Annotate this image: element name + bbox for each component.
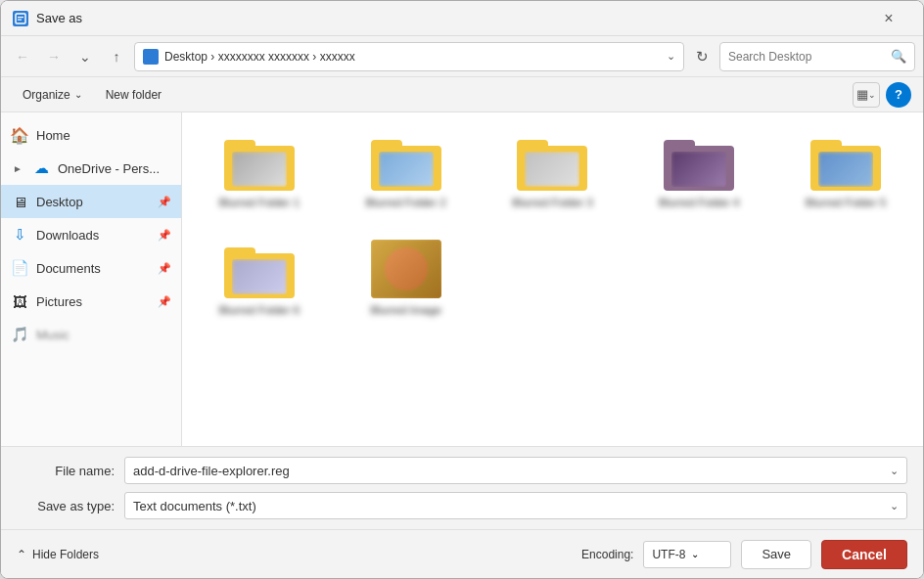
downloads-icon: ⇩ <box>11 226 28 244</box>
filename-row: File name: ⌄ <box>17 457 907 484</box>
help-button[interactable]: ? <box>886 82 911 108</box>
sidebar-item-home[interactable]: 🏠 Home <box>1 118 181 152</box>
sidebar-item-pictures-label: Pictures <box>36 294 150 309</box>
file-item[interactable]: Blurred Image <box>341 232 472 324</box>
savetype-value: Text documents (*.txt) <box>133 499 890 513</box>
sidebar-item-music[interactable]: 🎵 Music <box>1 318 181 351</box>
search-input[interactable] <box>728 50 887 64</box>
folder-icon <box>664 132 734 191</box>
sidebar-item-documents[interactable]: 📄 Documents 📌 <box>1 251 181 285</box>
chevron-up-icon: ⌃ <box>17 548 26 561</box>
file-name: Blurred Folder 1 <box>202 197 317 208</box>
search-icon: 🔍 <box>891 49 906 64</box>
sidebar-item-downloads[interactable]: ⇩ Downloads 📌 <box>1 218 181 251</box>
action-bar: ⌃ Hide Folders Encoding: UTF-8 ⌄ Save Ca… <box>1 529 923 578</box>
downloads-pin-icon: 📌 <box>158 229 171 242</box>
pictures-icon: 🖼 <box>11 292 28 310</box>
pictures-pin-icon: 📌 <box>158 295 171 308</box>
recent-locations-button[interactable]: ⌄ <box>71 43 99 70</box>
savetype-row: Save as type: Text documents (*.txt) ⌄ <box>17 492 907 519</box>
folder-icon <box>810 132 881 191</box>
dialog-title: Save as <box>36 11 866 25</box>
file-item[interactable]: Blurred Folder 3 <box>487 124 619 216</box>
documents-icon: 📄 <box>11 259 28 277</box>
filename-input-wrapper[interactable]: ⌄ <box>124 457 907 484</box>
file-name: Blurred Image <box>348 304 464 316</box>
onedrive-icon: ☁ <box>32 159 50 177</box>
encoding-label: Encoding: <box>581 548 633 561</box>
file-item[interactable]: Blurred Folder 4 <box>633 124 764 216</box>
up-button[interactable]: ↑ <box>103 43 130 70</box>
new-folder-label: New folder <box>106 88 162 102</box>
forward-button[interactable]: → <box>40 43 68 70</box>
svg-rect-2 <box>18 19 22 20</box>
title-bar: Save as × <box>1 1 923 36</box>
file-item[interactable]: Blurred Folder 2 <box>341 124 472 216</box>
sidebar-item-pictures[interactable]: 🖼 Pictures 📌 <box>1 285 181 318</box>
toolbar: Organize ⌄ New folder ▦⌄ ? <box>1 77 923 112</box>
sidebar-item-onedrive[interactable]: ► ☁ OneDrive - Pers... <box>1 152 181 185</box>
nav-bar: ← → ⌄ ↑ Desktop › xxxxxxxx xxxxxxx › xxx… <box>1 36 923 77</box>
address-bar[interactable]: Desktop › xxxxxxxx xxxxxxx › xxxxxx ⌄ <box>134 42 684 71</box>
file-name: Blurred Folder 3 <box>495 197 611 208</box>
home-icon: 🏠 <box>11 126 28 144</box>
organize-label: Organize <box>23 88 70 102</box>
encoding-select[interactable]: UTF-8 ⌄ <box>643 541 731 568</box>
documents-pin-icon: 📌 <box>158 262 171 275</box>
file-item[interactable]: Blurred Folder 5 <box>780 124 911 216</box>
svg-rect-1 <box>18 17 23 18</box>
address-dropdown-chevron[interactable]: ⌄ <box>667 50 675 63</box>
dialog-icon <box>13 11 28 26</box>
organize-button[interactable]: Organize ⌄ <box>13 82 92 108</box>
filename-label: File name: <box>17 464 115 478</box>
new-folder-button[interactable]: New folder <box>96 82 171 108</box>
file-area: Blurred Folder 1 Blurred Folder 2 <box>182 112 923 446</box>
back-button[interactable]: ← <box>9 43 36 70</box>
folder-icon <box>224 240 295 298</box>
main-content: 🏠 Home ► ☁ OneDrive - Pers... 🖥 Desktop … <box>1 112 923 446</box>
address-bar-text: Desktop › xxxxxxxx xxxxxxx › xxxxxx <box>164 50 661 64</box>
file-item[interactable]: Blurred Folder 6 <box>194 232 325 324</box>
file-item[interactable]: Blurred Folder 1 <box>194 124 325 216</box>
savetype-select[interactable]: Text documents (*.txt) ⌄ <box>124 492 907 519</box>
sidebar-item-music-label: Music <box>36 328 171 342</box>
onedrive-expand-icon[interactable]: ► <box>11 161 24 175</box>
save-button[interactable]: Save <box>741 540 811 569</box>
file-name: Blurred Folder 5 <box>788 197 903 208</box>
save-as-dialog: Save as × ← → ⌄ ↑ Desktop › xxxxxxxx xxx… <box>0 0 924 579</box>
organize-dropdown-icon: ⌄ <box>74 89 82 100</box>
filename-dropdown-icon[interactable]: ⌄ <box>890 465 899 477</box>
sidebar-item-desktop-label: Desktop <box>36 195 150 209</box>
sidebar-item-home-label: Home <box>36 128 171 143</box>
file-name: Blurred Folder 6 <box>202 304 317 316</box>
encoding-value: UTF-8 <box>652 548 685 561</box>
file-grid: Blurred Folder 1 Blurred Folder 2 <box>194 124 911 324</box>
sidebar: 🏠 Home ► ☁ OneDrive - Pers... 🖥 Desktop … <box>1 112 182 446</box>
folder-icon <box>224 132 295 191</box>
savetype-dropdown-icon[interactable]: ⌄ <box>890 500 899 512</box>
cancel-button[interactable]: Cancel <box>821 540 907 569</box>
folder-icon <box>371 132 441 191</box>
image-file-icon <box>371 240 441 298</box>
savetype-label: Save as type: <box>17 499 115 513</box>
file-name: Blurred Folder 4 <box>641 197 757 208</box>
hide-folders-label: Hide Folders <box>32 548 99 561</box>
folder-icon <box>517 132 587 191</box>
view-button[interactable]: ▦⌄ <box>853 82 880 108</box>
hide-folders-button[interactable]: ⌃ Hide Folders <box>17 548 99 561</box>
desktop-pin-icon: 📌 <box>158 196 171 208</box>
bottom-panel: File name: ⌄ Save as type: Text document… <box>1 446 923 529</box>
svg-rect-0 <box>16 14 25 23</box>
view-dropdown-chevron: ⌄ <box>868 90 876 100</box>
file-name: Blurred Folder 2 <box>348 197 464 208</box>
encoding-dropdown-icon[interactable]: ⌄ <box>691 549 699 559</box>
desktop-icon: 🖥 <box>11 193 28 210</box>
sidebar-item-downloads-label: Downloads <box>36 228 150 243</box>
music-icon: 🎵 <box>11 326 28 343</box>
filename-input[interactable] <box>133 464 890 478</box>
sidebar-item-documents-label: Documents <box>36 261 150 276</box>
sidebar-item-desktop[interactable]: 🖥 Desktop 📌 <box>1 185 181 218</box>
search-bar[interactable]: 🔍 <box>719 42 915 71</box>
refresh-button[interactable]: ↻ <box>688 43 716 70</box>
close-button[interactable]: × <box>866 1 911 36</box>
